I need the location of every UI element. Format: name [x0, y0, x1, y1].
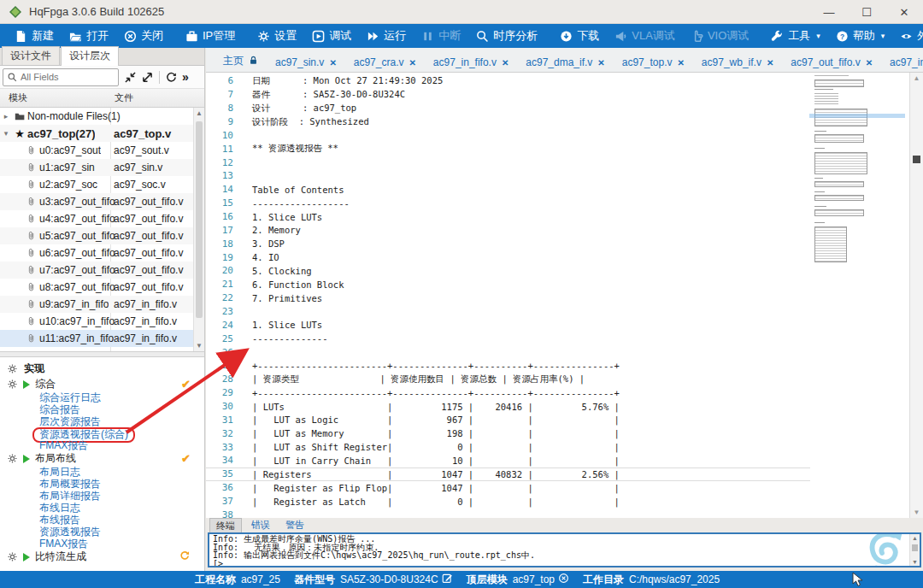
circle-x-icon[interactable]	[558, 573, 569, 586]
scroll-down-icon[interactable]: ▼	[910, 559, 920, 565]
close-tab-icon[interactable]: ✕	[866, 58, 873, 68]
impl-report-label[interactable]: 布线报告	[39, 514, 80, 526]
console-tab-0[interactable]: 终端	[209, 518, 242, 533]
run-step-icon[interactable]	[23, 553, 30, 562]
editor-tab-label[interactable]: ac97_out_fifo.v	[791, 56, 860, 68]
tree-row[interactable]: u4:ac97_out_fifoac97_out_fifo.v	[0, 210, 204, 227]
expand-all-icon[interactable]	[142, 72, 153, 83]
editor-tab---[interactable]: 主页	[215, 50, 267, 72]
editor-tab-ac97_out_fifo-v[interactable]: ac97_out_fifo.v✕	[782, 53, 881, 72]
chevron-right-icon[interactable]: ▸	[0, 112, 12, 121]
toolbar-button-gear[interactable]: 设置	[250, 24, 304, 48]
close-button[interactable]: ✕	[885, 0, 923, 24]
tree-row[interactable]: u7:ac97_out_fifoac97_out_fifo.v	[0, 262, 204, 279]
tree-scrollbar[interactable]: ▲ ▼	[193, 108, 204, 351]
impl-report-label[interactable]: 层次资源报告	[39, 415, 101, 427]
toolbar-button-new[interactable]: 新建	[7, 24, 62, 48]
toolbar-button-close-circle[interactable]: 关闭	[116, 24, 171, 48]
impl-group-2[interactable]: 比特流生成	[0, 550, 204, 564]
impl-report-link[interactable]: 资源透视报告	[0, 526, 204, 538]
collapse-all-icon[interactable]	[125, 72, 136, 83]
run-step-icon[interactable]	[23, 455, 30, 463]
impl-report-link[interactable]: 布线报告	[0, 514, 204, 526]
impl-report-link[interactable]: 综合运行日志	[0, 391, 204, 403]
close-tab-icon[interactable]: ✕	[502, 58, 509, 68]
editor-tab-ac97_cra-v[interactable]: ac97_cra.v✕	[345, 53, 425, 72]
editor-tab-ac97_sin-v[interactable]: ac97_sin.v✕	[267, 53, 345, 72]
tree-row[interactable]: u11:ac97_in_fifoac97_in_fifo.v	[0, 330, 204, 347]
impl-report-link[interactable]: 布局概要报告	[0, 478, 204, 490]
editor-body[interactable]: 6日期 : Mon Oct 27 21:49:30 20257器件 : SA5Z…	[206, 73, 923, 518]
tree-row[interactable]: ▾★ac97_top(27)ac97_top.v	[0, 125, 204, 142]
toolbar-button-download[interactable]: 下载	[552, 24, 607, 48]
scroll-up-icon[interactable]: ▲	[910, 74, 923, 82]
impl-report-label[interactable]: 布局日志	[39, 466, 80, 478]
toolbar-button-search[interactable]: 时序分析	[468, 24, 545, 48]
close-tab-icon[interactable]: ✕	[409, 58, 415, 68]
editor-tab-label[interactable]: ac97_in_fifo.v	[433, 56, 497, 68]
scroll-thumb[interactable]	[913, 156, 920, 163]
scroll-thumb[interactable]	[912, 544, 918, 551]
impl-report-label[interactable]: 布局概要报告	[39, 478, 101, 490]
close-tab-icon[interactable]: ✕	[597, 58, 604, 68]
tree-row[interactable]: u9:ac97_in_fifoac97_in_fifo.v	[0, 296, 204, 313]
chevron-down-icon[interactable]: ▾	[0, 129, 12, 138]
impl-report-link[interactable]: 布局详细报告	[0, 490, 204, 502]
editor-tab-label[interactable]: ac97_sin.v	[275, 56, 324, 68]
editor-tab-label[interactable]: ac97_int.v	[890, 56, 923, 68]
editor-tab-label[interactable]: ac97_dma_if.v	[526, 56, 592, 68]
editor-tab-label[interactable]: ac97_top.v	[622, 56, 673, 68]
editor-tab-ac97_dma_if-v[interactable]: ac97_dma_if.v✕	[517, 53, 613, 72]
impl-report-link[interactable]: FMAX报告	[0, 538, 204, 550]
minimize-button[interactable]: —	[810, 0, 848, 24]
close-tab-icon[interactable]: ✕	[767, 58, 773, 68]
impl-report-label[interactable]: 资源透视报告	[39, 526, 101, 538]
impl-report-link[interactable]: 层次资源报告	[0, 415, 204, 427]
left-panel-tab-0[interactable]: 设计文件	[2, 46, 60, 65]
tree-row[interactable]: u8:ac97_out_fifoac97_out_fifo.v	[0, 279, 204, 296]
impl-report-label[interactable]: 资源透视报告(综合)	[39, 428, 128, 440]
console-scrollbar[interactable]: ▲ ▼	[909, 534, 920, 566]
close-tab-icon[interactable]: ✕	[329, 58, 336, 68]
console-tab-1[interactable]: 错误	[245, 518, 276, 532]
tree-row[interactable]: u6:ac97_out_fifoac97_out_fifo.v	[0, 244, 204, 262]
tree-row[interactable]: u1:ac97_sinac97_sin.v	[0, 159, 204, 176]
toolbar-button-help[interactable]: ?帮助▾	[828, 24, 893, 48]
run-step-icon[interactable]	[23, 380, 30, 389]
scroll-thumb[interactable]	[196, 121, 203, 318]
toolbar-button-open[interactable]: 打开	[62, 24, 116, 48]
scroll-up-icon[interactable]: ▲	[194, 109, 204, 117]
impl-report-label[interactable]: 综合运行日志	[39, 391, 101, 403]
close-tab-icon[interactable]: ✕	[677, 58, 684, 68]
editor-tab-ac97_int-v[interactable]: ac97_int.v✕	[881, 53, 923, 72]
console-tab-2[interactable]: 警告	[279, 518, 310, 532]
editor-scrollbar[interactable]: ▲ ▼	[909, 73, 923, 518]
impl-report-label[interactable]: FMAX报告	[39, 538, 88, 550]
search-input[interactable]	[21, 72, 106, 82]
impl-report-link[interactable]: 综合报告	[0, 403, 204, 415]
impl-report-label[interactable]: 布局详细报告	[39, 490, 101, 502]
tree-row[interactable]: u3:ac97_out_fifoac97_out_fifo.v	[0, 193, 204, 210]
impl-report-link[interactable]: 布局日志	[0, 466, 204, 478]
toolbar-button-debug[interactable]: 调试	[304, 24, 359, 48]
toolbar-button-run[interactable]: 运行	[359, 24, 414, 48]
editor-tab-ac97_wb_if-v[interactable]: ac97_wb_if.v✕	[693, 53, 782, 72]
scroll-up-icon[interactable]: ▲	[910, 535, 920, 541]
toolbar-button-wrench[interactable]: 工具▾	[763, 24, 828, 48]
left-panel-tab-1[interactable]: 设计层次	[61, 46, 119, 66]
tree-row[interactable]: u10:ac97_in_fifoac97_in_fifo.v	[0, 313, 204, 330]
edit-icon[interactable]	[442, 573, 453, 586]
statusbar-value[interactable]: SA5Z-30-D0-8U324C	[340, 573, 453, 586]
editor-tab-label[interactable]: 主页	[223, 54, 244, 68]
search-box[interactable]	[3, 68, 119, 86]
scroll-down-icon[interactable]: ▼	[194, 342, 204, 350]
editor-tab-ac97_top-v[interactable]: ac97_top.v✕	[614, 53, 693, 72]
editor-tab-label[interactable]: ac97_cra.v	[354, 56, 404, 68]
maximize-button[interactable]: ☐	[848, 0, 885, 24]
editor-tab-label[interactable]: ac97_wb_if.v	[702, 56, 761, 68]
tree-row[interactable]: ▸Non-module Files(1)	[0, 108, 204, 125]
impl-report-label[interactable]: FMAX报告	[39, 439, 88, 451]
toolbar-button-eye[interactable]: 外观▾	[892, 24, 923, 48]
tree-row[interactable]: u5:ac97_out_fifoac97_out_fifo.v	[0, 227, 204, 244]
impl-report-label[interactable]: 布线日志	[39, 502, 80, 514]
